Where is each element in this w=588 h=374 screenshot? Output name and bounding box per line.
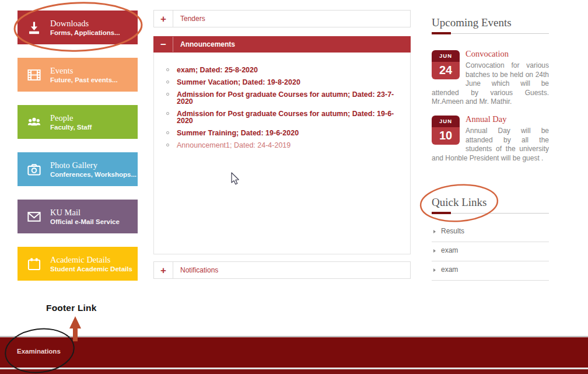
sidebar-tile-academic-details[interactable]: Academic Details Student Academic Detail…	[18, 247, 138, 281]
bullet-icon	[166, 68, 169, 71]
caret-right-icon	[433, 230, 436, 233]
accordion-header-notifications[interactable]: + Notifications	[153, 261, 411, 279]
tile-subtitle: Conferences, Workshops...	[50, 170, 136, 179]
quick-link-exam[interactable]: exam	[432, 242, 549, 261]
quick-link-exam[interactable]: exam	[432, 261, 549, 281]
footer: Examinations	[0, 337, 588, 368]
heading-underline	[432, 33, 549, 34]
expand-icon[interactable]: +	[154, 262, 173, 278]
sidebar-tile-people[interactable]: People Faculty, Staff	[18, 105, 138, 139]
page: Downloads Forms, Applications... Events …	[0, 0, 588, 374]
bullet-icon	[166, 112, 169, 115]
quick-links-heading: Quick Links	[432, 196, 487, 209]
bullet-icon	[166, 81, 169, 83]
accordion-header-tenders[interactable]: + Tenders	[153, 10, 411, 27]
download-icon	[26, 20, 42, 36]
accordion-label: Tenders	[173, 11, 205, 27]
quick-link-results[interactable]: Results	[432, 223, 549, 242]
caret-right-icon	[433, 249, 436, 253]
bullet-icon	[166, 131, 169, 134]
footer-top-divider	[0, 336, 588, 337]
tile-title: Downloads	[50, 19, 120, 29]
sidebar-tile-ku-mail[interactable]: KU Mail Official e-Mail Service	[18, 200, 138, 233]
sidebar-tile-downloads[interactable]: Downloads Forms, Applications...	[18, 11, 138, 44]
footer-link-examinations[interactable]: Examinations	[17, 348, 61, 355]
tile-title: People	[50, 113, 92, 123]
tile-subtitle: Forms, Applications...	[50, 29, 120, 37]
announcements-panel: exam; Dated: 25-8-2020 Summer Vacation; …	[153, 53, 411, 254]
announcement-link[interactable]: Admission for Post graduate Courses for …	[166, 91, 398, 105]
announcement-link[interactable]: exam; Dated: 25-8-2020	[166, 67, 398, 74]
sidebar: Downloads Forms, Applications... Events …	[18, 11, 138, 294]
sidebar-tile-photo-gallery[interactable]: Photo Gallery Conferences, Workshops...	[18, 152, 138, 186]
expand-icon[interactable]: +	[154, 11, 173, 27]
upcoming-events-heading: Upcoming Events	[432, 16, 512, 29]
accordion-label: Announcements	[173, 37, 235, 52]
tile-title: Academic Details	[50, 255, 132, 265]
people-icon	[26, 114, 42, 130]
tile-title: Photo Gallery	[50, 160, 136, 170]
footer-link-annotation-label: Footer Link	[46, 303, 97, 313]
sidebar-tile-events[interactable]: Events Future, Past events...	[18, 58, 138, 92]
announcement-link[interactable]: Summer Vacation; Dated: 19-8-2020	[166, 79, 398, 86]
bullet-icon	[166, 144, 169, 146]
collapse-icon[interactable]: −	[154, 37, 173, 52]
accordion-label: Notifications	[173, 262, 218, 278]
tile-subtitle: Future, Past events...	[50, 76, 118, 84]
bullet-icon	[166, 93, 169, 96]
tile-subtitle: Faculty, Staff	[50, 123, 92, 131]
accordion-header-announcements[interactable]: − Announcements	[153, 36, 411, 53]
film-icon	[26, 67, 42, 83]
tile-subtitle: Official e-Mail Service	[50, 218, 120, 226]
tile-title: Events	[50, 66, 118, 76]
footer-bottom-band	[0, 369, 588, 374]
camera-icon	[26, 162, 42, 177]
announcement-link[interactable]: Summer Training; Dated: 19-6-2020	[166, 130, 398, 137]
event-date-badge: JUN 24	[432, 50, 460, 79]
envelope-icon	[26, 209, 42, 225]
tile-subtitle: Student Academic Details	[50, 265, 132, 273]
tile-title: KU Mail	[50, 208, 120, 218]
event-item: JUN 24 Convocation Convocation for vario…	[432, 49, 549, 107]
announcement-link[interactable]: Admission for Post graduate Courses for …	[166, 110, 398, 124]
calendar-icon	[26, 256, 42, 272]
event-item: JUN 10 Annual Day Annual Day will be att…	[432, 114, 549, 163]
event-date-badge: JUN 10	[432, 116, 460, 145]
quick-links-list: Results exam exam	[432, 223, 549, 281]
caret-right-icon	[433, 268, 436, 272]
heading-underline	[432, 213, 549, 214]
announcement-link-visited[interactable]: Announcement1; Dated: 24-4-2019	[166, 142, 398, 149]
